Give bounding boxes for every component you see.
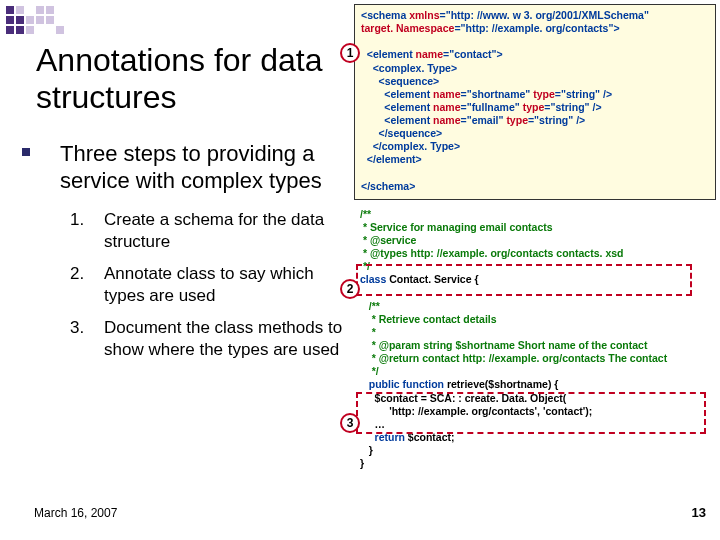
- callout-label: 2: [347, 282, 354, 296]
- code-token: <element: [361, 48, 416, 60]
- code-token: ="fullname": [461, 101, 523, 113]
- code-token: * @types http: //example. org/contacts c…: [360, 247, 623, 259]
- code-token: ="http: //www. w 3. org/2001/XMLSchema": [440, 9, 649, 21]
- list-item: 3. Document the class methods to show wh…: [70, 317, 344, 361]
- callout-label: 1: [347, 46, 354, 60]
- callout-label: 3: [347, 416, 354, 430]
- code-token: name: [433, 101, 460, 113]
- code-token: */: [360, 365, 379, 377]
- code-token: return: [360, 431, 408, 443]
- code-token: }: [360, 444, 373, 456]
- code-token: </schema>: [361, 180, 415, 192]
- code-token: </element>: [361, 153, 422, 165]
- code-token: }: [360, 457, 364, 469]
- callout-1-circle: 1: [340, 43, 360, 63]
- list-item: 1. Create a schema for the data structur…: [70, 209, 344, 253]
- code-token: <element: [361, 114, 433, 126]
- code-token: type: [523, 101, 545, 113]
- code-token: * Service for managing email contacts: [360, 221, 553, 233]
- code-token: $contact = SCA: : create. Data. Object(: [360, 392, 566, 404]
- code-token: * @service: [360, 234, 416, 246]
- code-token: <element: [361, 88, 433, 100]
- code-token: type: [533, 88, 555, 100]
- code-token: /**: [360, 300, 380, 312]
- code-token: <schema: [361, 9, 409, 21]
- bullet-square-icon: [22, 148, 30, 156]
- callout-3-circle: 3: [340, 413, 360, 433]
- list-text: Document the class methods to show where…: [104, 317, 344, 361]
- code-token: class: [360, 273, 386, 285]
- code-token: target. Namespace: [361, 22, 454, 34]
- code-token: ="shortname": [461, 88, 534, 100]
- code-token: *: [360, 326, 376, 338]
- code-token: $contact;: [408, 431, 455, 443]
- code-area: <schema xmlns="http: //www. w 3. org/200…: [354, 4, 716, 472]
- code-token: name: [416, 48, 443, 60]
- code-token: ="string" />: [544, 101, 601, 113]
- code-token: public function: [360, 378, 444, 390]
- slide-title: Annotations for data structures: [36, 42, 344, 116]
- xml-schema-box: <schema xmlns="http: //www. w 3. org/200…: [354, 4, 716, 200]
- list-number: 3.: [70, 317, 104, 361]
- code-token: * @return contact http: //example. org/c…: [360, 352, 667, 364]
- footer-date: March 16, 2007: [34, 506, 117, 520]
- list-text: Create a schema for the data structure: [104, 209, 344, 253]
- code-token: * Retrieve contact details: [360, 313, 497, 325]
- code-token: xmlns: [409, 9, 439, 21]
- list-number: 2.: [70, 263, 104, 307]
- slide-subtitle: Three steps to providing a service with …: [60, 140, 344, 195]
- code-token: </complex. Type>: [361, 140, 460, 152]
- list-text: Annotate class to say which types are us…: [104, 263, 344, 307]
- code-token: */: [360, 260, 370, 272]
- php-code-box: /** * Service for managing email contact…: [354, 206, 716, 473]
- code-token: ="http: //example. org/contacts">: [454, 22, 619, 34]
- code-token: /**: [360, 208, 371, 220]
- bullet-item: Three steps to providing a service with …: [22, 140, 344, 195]
- code-token: name: [433, 88, 460, 100]
- numbered-list: 1. Create a schema for the data structur…: [70, 209, 344, 362]
- code-token: * @param string $shortname Short name of…: [360, 339, 647, 351]
- code-token: <complex. Type>: [361, 62, 457, 74]
- code-token: name: [433, 114, 460, 126]
- code-token: 'http: //example. org/contacts', 'contac…: [360, 405, 592, 417]
- list-number: 1.: [70, 209, 104, 253]
- code-token: type: [506, 114, 528, 126]
- code-token: <element: [361, 101, 433, 113]
- code-token: ="string" />: [528, 114, 585, 126]
- left-column: Annotations for data structures Three st…: [0, 30, 352, 371]
- code-token: ="string" />: [555, 88, 612, 100]
- code-token: ="contact">: [443, 48, 503, 60]
- code-token: <sequence>: [361, 75, 439, 87]
- list-item: 2. Annotate class to say which types are…: [70, 263, 344, 307]
- code-token: ="email": [461, 114, 507, 126]
- callout-2-circle: 2: [340, 279, 360, 299]
- code-token: retrieve($shortname) {: [444, 378, 558, 390]
- code-token: …: [360, 418, 385, 430]
- code-token: Contact. Service {: [386, 273, 478, 285]
- code-token: </sequence>: [361, 127, 442, 139]
- page-number: 13: [692, 505, 706, 520]
